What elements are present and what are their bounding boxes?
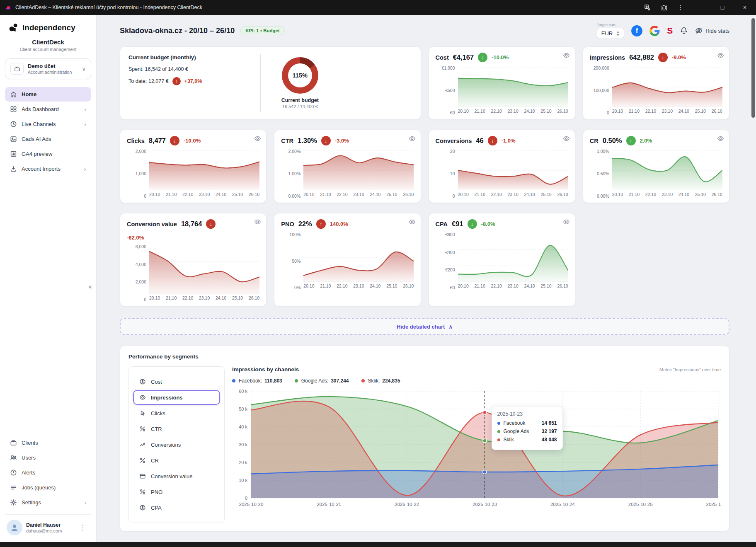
toggle-metric-visibility-icon[interactable] [563, 52, 570, 60]
kpi-card-cpa: CPA€91↓-8.0%€600€400€200€0 20.1021.1022.… [429, 213, 575, 307]
segment-metric-conversions[interactable]: Conversions [133, 437, 220, 452]
impressions-by-channels-chart[interactable]: 010 k20 k30 k40 k50 k60 k2025-10-202025-… [232, 388, 721, 509]
kpi-title: CPA [436, 221, 448, 228]
avatar [7, 520, 22, 535]
toggle-metric-visibility-icon[interactable] [563, 135, 570, 143]
notifications-bell-icon[interactable] [680, 27, 688, 35]
account-selector[interactable]: Demo účet Account administration ∨ [5, 58, 91, 79]
budget-donut-sub: 16,542 / 14,400 € [282, 104, 318, 109]
segment-metric-label: CTR [151, 426, 162, 432]
eye-off-icon [695, 27, 703, 34]
sidebar-item-gads-ai-ads[interactable]: Gads AI Ads [5, 132, 91, 146]
vertical-scrollbar[interactable] [751, 18, 755, 118]
tooltip-dot-icon [497, 422, 500, 425]
app-icon [5, 5, 11, 11]
select-arrows-icon [616, 31, 620, 36]
sparkline-chart [458, 150, 568, 190]
segment-metric-ctr[interactable]: CTR [133, 421, 220, 436]
minimize-button[interactable]: – [689, 0, 711, 15]
legend-label: Google Ads: [301, 378, 328, 384]
segment-metric-clicks[interactable]: Clicks [133, 406, 220, 421]
toggle-metric-visibility-icon[interactable] [717, 135, 724, 143]
translate-icon[interactable] [639, 0, 656, 15]
legend-label: Sklik: [368, 378, 380, 384]
x-axis-labels: 20.1021.1022.1023.1024.1025.1026.10 [149, 295, 259, 300]
collapse-sidebar-button[interactable]: « [86, 282, 94, 291]
segment-metric-pno[interactable]: PNO [133, 484, 220, 499]
kpi-title: CTR [281, 138, 293, 144]
user-email: dahaus@me.com [26, 528, 62, 533]
svg-text:2025-10-26: 2025-10-26 [706, 502, 721, 507]
sidebar-item-users[interactable]: Users [5, 450, 91, 465]
toggle-metric-visibility-icon[interactable] [254, 218, 261, 227]
tooltip-series-name: Sklik [504, 437, 514, 443]
page-title: Skladova-okna.cz - 20/10 – 26/10 [120, 27, 235, 35]
google-icon[interactable] [649, 26, 660, 36]
toggle-metric-visibility-icon[interactable] [409, 135, 416, 143]
sidebar-item-home[interactable]: Home [5, 87, 91, 102]
legend-label: Facebook: [239, 378, 262, 384]
segment-metric-impressions[interactable]: Impressions [133, 390, 220, 405]
hide-stats-label: Hide stats [705, 28, 729, 34]
close-button[interactable]: × [734, 0, 756, 15]
currency-select[interactable]: EUR [597, 28, 624, 39]
sklik-icon[interactable]: S [667, 26, 673, 36]
sidebar-item-label: Alerts [22, 470, 35, 476]
sidebar-item-clients[interactable]: Clients [5, 436, 91, 450]
svg-text:10 k: 10 k [239, 478, 247, 483]
x-axis-labels: 20.1021.1022.1023.1024.1025.1026.10 [458, 283, 568, 288]
trend-down-icon: ↓ [658, 53, 668, 62]
segment-metric-label: CPA [151, 505, 162, 511]
sidebar-item-label: Clients [22, 440, 38, 446]
sidebar-item-settings[interactable]: Settings› [5, 495, 91, 510]
chart-legend: Facebook:110,803Google Ads:307,244Sklik:… [232, 378, 721, 384]
y-axis-labels: 1.00%0.50%0.00% [590, 149, 612, 198]
facebook-icon[interactable]: f [631, 25, 642, 36]
legend-item-google-ads[interactable]: Google Ads:307,244 [295, 378, 349, 384]
segment-metric-cpa[interactable]: CPA [133, 500, 220, 515]
hide-stats-toggle[interactable]: Hide stats [695, 27, 729, 34]
kpi-card-pno: PNO22%↑140.0%100%50%0% 20.1021.1022.1023… [274, 213, 421, 307]
user-menu-kebab-icon[interactable]: ⋮ [76, 522, 90, 533]
legend-value: 110,803 [264, 378, 282, 384]
hide-detailed-chart-button[interactable]: Hide detailed chart ∧ [120, 318, 729, 335]
browser-menu-icon[interactable]: ⋮ [672, 0, 689, 15]
sidebar-item-account-imports[interactable]: Account Imports› [5, 162, 91, 176]
x-axis-labels: 20.1021.1022.1023.1024.1025.1026.10 [303, 283, 414, 288]
segment-metric-cost[interactable]: Cost [133, 374, 220, 389]
kpi-value: 46 [476, 137, 483, 145]
sidebar-item-ads-dashboard[interactable]: Ads Dashboard› [5, 102, 91, 116]
toggle-metric-visibility-icon[interactable] [717, 52, 724, 60]
window-bottom-edge [0, 542, 756, 547]
segment-metric-label: PNO [151, 489, 162, 495]
sidebar-item-label: Account Imports [22, 166, 61, 172]
kpi-value: 18,764 [181, 220, 202, 228]
y-axis-labels: 2,0001,0000 [127, 149, 149, 198]
user-profile[interactable]: Daniel Hauser dahaus@me.com ⋮ [5, 514, 91, 538]
kpi-change: 140.0% [330, 221, 348, 227]
kpi-value: 642,882 [629, 53, 654, 61]
kpi-title: PNO [281, 221, 294, 228]
legend-item-sklik[interactable]: Sklik:224,835 [361, 378, 400, 384]
sparkline-chart [612, 150, 722, 190]
trend-down-icon: ↓ [488, 136, 497, 145]
sidebar-item-jobs-queues[interactable]: Jobs (queues) [5, 480, 91, 495]
y-axis-labels: €600€400€200€0 [436, 232, 458, 290]
tooltip-date: 2025-10-23 [497, 411, 557, 417]
svg-text:2025-10-25: 2025-10-25 [628, 502, 653, 507]
segment-metric-conversion-value[interactable]: Conversion value [133, 469, 220, 484]
kpi-title: Cost [436, 54, 449, 61]
sidebar-item-live-channels[interactable]: Live Channels› [5, 117, 91, 131]
app-subtitle: Client account management [5, 47, 91, 52]
segment-metric-cr[interactable]: CR [133, 453, 220, 468]
toggle-metric-visibility-icon[interactable] [563, 218, 570, 227]
trend-down-icon: ↓ [321, 136, 331, 145]
extensions-icon[interactable] [656, 0, 672, 15]
sparkline-chart [458, 234, 568, 282]
toggle-metric-visibility-icon[interactable] [409, 218, 416, 227]
maximize-button[interactable]: □ [711, 0, 734, 15]
toggle-metric-visibility-icon[interactable] [254, 135, 261, 143]
legend-item-facebook[interactable]: Facebook:110,803 [232, 378, 282, 384]
sidebar-item-alerts[interactable]: Alerts [5, 465, 91, 480]
sidebar-item-ga4-preview[interactable]: GA4 preview [5, 147, 91, 161]
